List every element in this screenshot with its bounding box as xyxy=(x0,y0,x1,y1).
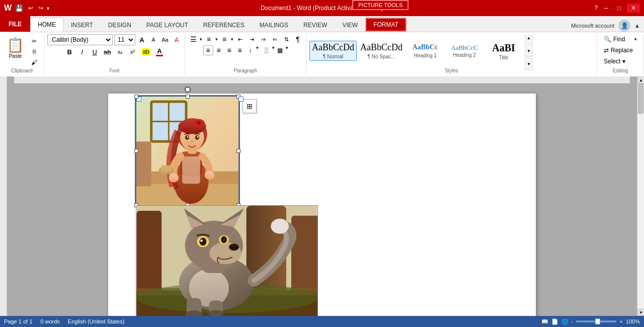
undo-icon[interactable]: ↩ xyxy=(27,5,35,12)
account-avatar-icon: 👤 xyxy=(618,20,630,32)
font-shrink-button[interactable]: A xyxy=(148,35,158,45)
language-indicator[interactable]: English (United States) xyxy=(68,318,125,324)
tab-mailings[interactable]: MAILINGS xyxy=(252,18,296,32)
styles-scroll-down[interactable]: ▼ xyxy=(525,45,533,57)
tab-insert[interactable]: INSERT xyxy=(63,18,101,32)
handle-top-left[interactable] xyxy=(134,95,138,99)
superscript-button[interactable]: x² xyxy=(127,46,138,57)
font-grow-button[interactable]: A xyxy=(137,35,147,45)
scroll-down-button[interactable]: ▼ xyxy=(637,309,644,316)
style-title[interactable]: AaBI Title xyxy=(485,40,523,62)
borders-button[interactable]: ▦ xyxy=(275,45,285,55)
line-spacing-button[interactable]: ↕ xyxy=(246,45,256,55)
numbered-dropdown-icon[interactable]: ▾ xyxy=(215,37,218,42)
format-painter-button[interactable]: 🖌 xyxy=(29,57,40,67)
scroll-thumb[interactable] xyxy=(638,84,643,114)
tab-right-area: Microsoft account 👤 ▲ xyxy=(571,20,644,32)
ribbon-collapse-icon[interactable]: ▲ xyxy=(634,23,640,29)
shading-button[interactable]: ░ xyxy=(262,45,272,55)
clear-formatting-button[interactable]: A xyxy=(172,35,182,45)
font-name-select[interactable]: Calibri (Body) xyxy=(47,34,113,45)
line-spacing-dropdown[interactable]: ▾ xyxy=(256,45,259,55)
strikethrough-button[interactable]: ab xyxy=(102,46,113,57)
select-label: Select ▾ xyxy=(604,58,625,65)
align-center-button[interactable]: ≡ xyxy=(214,45,224,55)
rotate-handle[interactable] xyxy=(185,87,191,93)
styles-scroll-up[interactable]: ▲ xyxy=(525,34,533,44)
increase-indent-button[interactable]: ⇥ xyxy=(247,34,257,44)
bullets-button[interactable]: ☰ xyxy=(188,34,198,44)
style-normal-label: ¶ Normal xyxy=(323,54,343,59)
style-heading2[interactable]: AaBbCcC Heading 2 xyxy=(445,42,484,60)
style-heading1[interactable]: AaBbCc Heading 1 xyxy=(406,42,444,60)
font-size-select[interactable]: 11 xyxy=(114,34,135,45)
justify-button[interactable]: ≡ xyxy=(235,45,245,55)
tab-home[interactable]: HOME xyxy=(30,18,63,32)
style-normal[interactable]: AaBbCcDd ¶ Normal xyxy=(309,41,357,61)
text-highlight-button[interactable]: ab xyxy=(140,47,152,56)
tab-view[interactable]: VIEW xyxy=(335,18,365,32)
view-read-button[interactable]: 📖 xyxy=(541,318,548,325)
ribbon-tab-row: FILE HOME INSERT DESIGN PAGE LAYOUT REFE… xyxy=(0,16,644,32)
tab-review[interactable]: REVIEW xyxy=(296,18,335,32)
svg-point-24 xyxy=(205,171,215,180)
image-girl-container[interactable]: ⊞ xyxy=(136,96,239,206)
find-label: Find xyxy=(613,36,625,43)
view-print-button[interactable]: 📄 xyxy=(551,318,558,325)
copy-button[interactable]: ⎘ xyxy=(29,47,40,57)
bold-button[interactable]: B xyxy=(64,46,75,57)
subscript-button[interactable]: x₂ xyxy=(115,46,126,57)
handle-top-middle[interactable] xyxy=(186,95,190,99)
tab-page-layout[interactable]: PAGE LAYOUT xyxy=(139,18,196,32)
tab-design[interactable]: DESIGN xyxy=(101,18,139,32)
multilevel-list-button[interactable]: ≡ xyxy=(219,34,229,44)
handle-middle-left[interactable] xyxy=(134,149,138,153)
paste-button[interactable]: 📋 Paste xyxy=(3,34,28,61)
help-icon[interactable]: ? xyxy=(595,5,598,12)
document-page: ⊞ xyxy=(108,94,536,316)
show-hide-button[interactable]: ¶ xyxy=(293,34,303,44)
find-dropdown[interactable]: ▾ xyxy=(634,37,637,42)
sort-button[interactable]: ⇅ xyxy=(281,34,291,44)
customize-qat-icon[interactable]: ▾ xyxy=(47,6,49,11)
align-left-button[interactable]: ≡ xyxy=(203,45,213,55)
style-no-spacing[interactable]: AaBbCcDd ¶ No Spac... xyxy=(358,41,405,61)
tab-format[interactable]: FORMAT xyxy=(365,18,407,32)
minimize-button[interactable]: ─ xyxy=(601,5,611,12)
shading-dropdown[interactable]: ▾ xyxy=(272,45,275,55)
scroll-up-button[interactable]: ▲ xyxy=(637,76,644,84)
zoom-in-button[interactable]: + xyxy=(619,318,622,324)
underline-button[interactable]: U xyxy=(89,46,100,57)
handle-middle-right[interactable] xyxy=(236,149,240,153)
multilevel-dropdown-icon[interactable]: ▾ xyxy=(231,37,233,42)
zoom-level[interactable]: 100% xyxy=(626,318,640,324)
view-web-button[interactable]: 🌐 xyxy=(561,318,569,325)
select-button[interactable]: Select ▾ xyxy=(600,56,640,66)
zoom-out-button[interactable]: - xyxy=(572,318,574,324)
account-label[interactable]: Microsoft account xyxy=(571,23,614,29)
font-color-button[interactable]: A xyxy=(154,46,165,57)
image-wolf-container[interactable] xyxy=(136,205,318,316)
handle-top-right[interactable] xyxy=(236,95,240,99)
layout-options-button[interactable]: ⊞ xyxy=(243,99,257,113)
bullets-dropdown-icon[interactable]: ▾ xyxy=(200,37,202,42)
replace-button[interactable]: ⇄ Replace xyxy=(600,45,640,55)
find-button[interactable]: 🔍 Find ▾ xyxy=(600,34,640,44)
decrease-indent-button[interactable]: ⇤ xyxy=(235,34,245,44)
tab-file[interactable]: FILE xyxy=(0,16,30,32)
numbered-list-button[interactable]: ≡ xyxy=(204,34,214,44)
quick-save-icon[interactable]: 💾 xyxy=(14,5,25,12)
italic-button[interactable]: I xyxy=(76,46,88,57)
align-right-button[interactable]: ≡ xyxy=(224,45,234,55)
close-button[interactable]: ✕ xyxy=(627,4,640,13)
rtl-button[interactable]: ⇐ xyxy=(270,34,280,44)
maximize-button[interactable]: □ xyxy=(614,5,624,12)
tab-references[interactable]: REFERENCES xyxy=(196,18,252,32)
borders-dropdown[interactable]: ▾ xyxy=(286,45,288,55)
zoom-slider[interactable] xyxy=(576,320,616,322)
change-case-button[interactable]: Aa xyxy=(160,35,170,45)
style-nospace-label: ¶ No Spac... xyxy=(368,54,395,59)
ltr-button[interactable]: ⇒ xyxy=(258,34,268,44)
cut-button[interactable]: ✂ xyxy=(29,36,40,46)
redo-icon[interactable]: ↪ xyxy=(37,5,45,12)
